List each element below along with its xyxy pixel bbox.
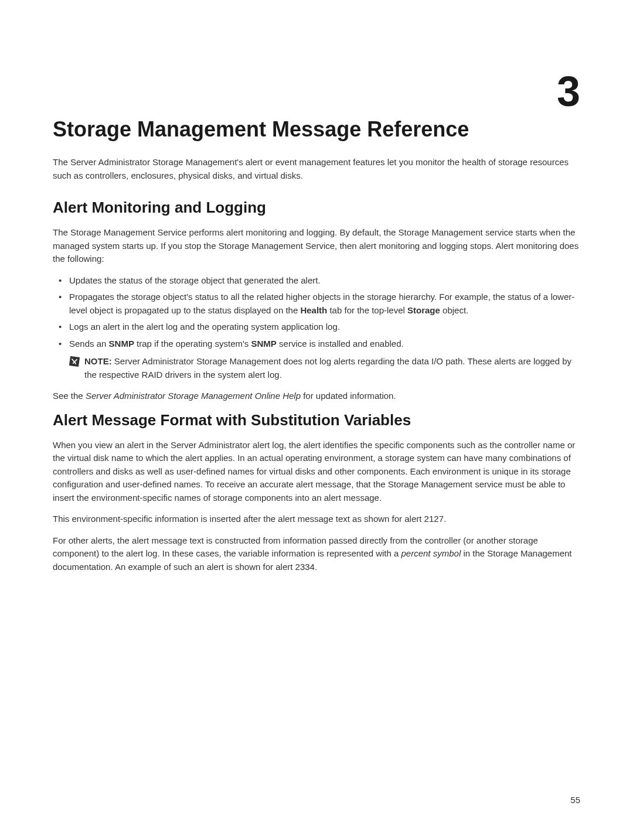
note-label: NOTE: xyxy=(84,356,114,366)
see-italic: Server Administrator Storage Management … xyxy=(86,391,301,401)
see-post: for updated information. xyxy=(301,391,396,401)
bold-text: Health xyxy=(300,305,327,315)
section-title-alert-message-format: Alert Message Format with Substitution V… xyxy=(53,411,580,429)
bullet-list: Updates the status of the storage object… xyxy=(53,274,580,351)
list-item: Propagates the storage object's status t… xyxy=(53,291,580,317)
section2-p2: This environment-specific information is… xyxy=(53,513,580,526)
section-title-alert-monitoring: Alert Monitoring and Logging xyxy=(53,199,580,217)
note-icon xyxy=(69,356,80,369)
chapter-number: 3 xyxy=(53,70,580,112)
note-body: Server Administrator Storage Management … xyxy=(84,356,571,380)
list-text: object. xyxy=(440,305,468,315)
section2-p3: For other alerts, the alert message text… xyxy=(53,534,580,574)
list-text: service is installed and enabled. xyxy=(277,339,404,349)
list-item: Sends an SNMP trap if the operating syst… xyxy=(53,337,580,351)
see-pre: See the xyxy=(53,391,86,401)
intro-paragraph: The Server Administrator Storage Managem… xyxy=(53,156,580,182)
bold-text: Storage xyxy=(407,305,440,315)
page-number: 55 xyxy=(570,795,580,805)
p3-italic: percent symbol xyxy=(401,548,461,558)
list-text: trap if the operating system's xyxy=(134,339,251,349)
note-text: NOTE: Server Administrator Storage Manag… xyxy=(84,355,580,381)
see-reference: See the Server Administrator Storage Man… xyxy=(53,390,580,403)
list-text: Sends an xyxy=(69,339,109,349)
section2-p1: When you view an alert in the Server Adm… xyxy=(53,439,580,505)
list-item: Updates the status of the storage object… xyxy=(53,274,580,288)
section1-body: The Storage Management Service performs … xyxy=(53,226,580,266)
list-item: Logs an alert in the alert log and the o… xyxy=(53,320,580,334)
note-block: NOTE: Server Administrator Storage Manag… xyxy=(53,355,580,381)
bold-text: SNMP xyxy=(251,339,277,349)
list-text: tab for the top-level xyxy=(327,305,407,315)
chapter-title: Storage Management Message Reference xyxy=(53,117,580,142)
bold-text: SNMP xyxy=(109,339,134,349)
